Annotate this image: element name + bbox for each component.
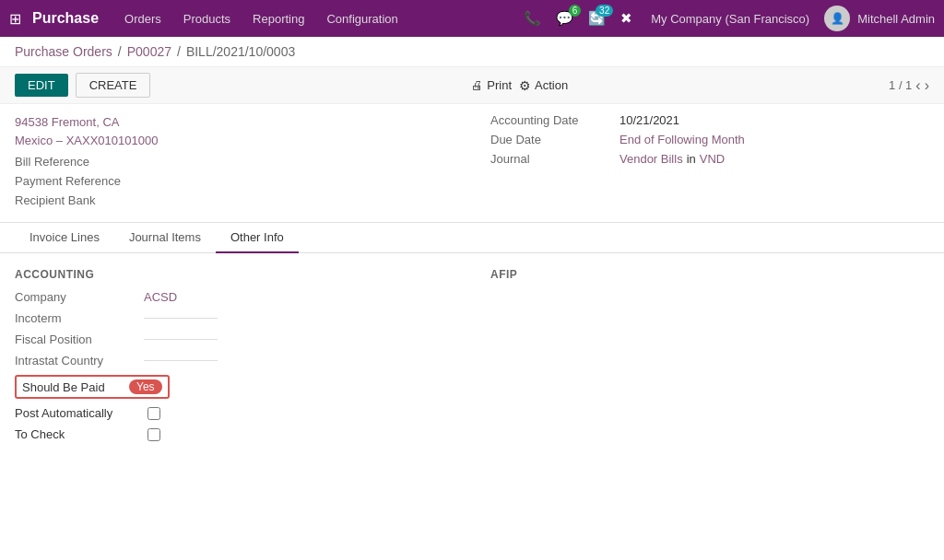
- apps-icon[interactable]: ⊞: [9, 10, 21, 28]
- nav-products[interactable]: Products: [176, 12, 238, 26]
- accounting-date-value: 10/21/2021: [620, 113, 679, 127]
- intrastat-country-label: Intrastat Country: [15, 354, 144, 368]
- company-name: My Company (San Francisco): [651, 12, 809, 26]
- tab-content-other-info: Accounting Company ACSD Incoterm Fiscal …: [0, 253, 944, 463]
- incoterm-row: Incoterm: [15, 311, 454, 325]
- form-right: Accounting Date 10/21/2021 Due Date End …: [490, 113, 929, 213]
- intrastat-country-row: Intrastat Country: [15, 354, 454, 368]
- due-date-value: End of Following Month: [620, 133, 745, 146]
- should-be-paid-value: Yes: [129, 379, 162, 394]
- print-button[interactable]: 🖨 Print: [471, 78, 512, 92]
- address-row: 94538 Fremont, CA Mexico – XAXX010101000: [15, 113, 454, 149]
- recipient-bank-label: Recipient Bank: [15, 193, 144, 207]
- messages-badge: 6: [569, 5, 582, 17]
- journal-label: Journal: [490, 152, 620, 166]
- journal-value[interactable]: Vendor Bills: [620, 152, 683, 166]
- accounting-date-label: Accounting Date: [490, 113, 620, 127]
- settings-icon[interactable]: ✖: [620, 10, 632, 27]
- breadcrumb-purchase-orders[interactable]: Purchase Orders: [15, 44, 112, 59]
- company-value[interactable]: ACSD: [144, 290, 177, 304]
- prev-button[interactable]: ‹: [915, 77, 920, 94]
- to-check-label: To Check: [15, 427, 144, 441]
- form-header: 94538 Fremont, CA Mexico – XAXX010101000…: [0, 104, 944, 223]
- user-avatar: 👤: [824, 6, 850, 31]
- phone-icon[interactable]: 📞: [524, 10, 541, 27]
- messages-icon[interactable]: 💬 6: [556, 10, 573, 27]
- address-line2: Mexico – XAXX010101000: [15, 132, 158, 150]
- tab-other-info[interactable]: Other Info: [216, 223, 299, 253]
- create-button[interactable]: CREATE: [76, 73, 151, 98]
- payment-reference-label: Payment Reference: [15, 174, 144, 188]
- print-label: Print: [487, 78, 512, 92]
- breadcrumb-sep-1: /: [118, 44, 122, 59]
- accounting-section-title: Accounting: [15, 268, 454, 281]
- payment-reference-row: Payment Reference: [15, 174, 454, 188]
- post-automatically-row: Post Automatically: [15, 406, 454, 420]
- next-button[interactable]: ›: [925, 77, 929, 94]
- activities-badge: 32: [596, 5, 613, 17]
- due-date-row: Due Date End of Following Month: [490, 133, 929, 146]
- breadcrumb-bill: BILL/2021/10/0003: [186, 44, 295, 59]
- should-be-paid-row[interactable]: Should Be Paid Yes: [15, 375, 170, 399]
- afip-section-title: AFIP: [490, 268, 929, 281]
- fiscal-position-label: Fiscal Position: [15, 332, 144, 346]
- post-automatically-label: Post Automatically: [15, 406, 144, 420]
- journal-row: Journal Vendor Bills in VND: [490, 152, 929, 166]
- incoterm-label: Incoterm: [15, 311, 144, 325]
- tab-journal-items[interactable]: Journal Items: [114, 223, 216, 253]
- toolbar: EDIT CREATE 🖨 Print ⚙ Action 1 / 1 ‹ ›: [0, 67, 944, 104]
- pagination-text: 1 / 1: [889, 78, 912, 92]
- accounting-date-row: Accounting Date 10/21/2021: [490, 113, 929, 127]
- breadcrumb-p00027[interactable]: P00027: [127, 44, 171, 59]
- top-navigation: ⊞ Purchase Orders Products Reporting Con…: [0, 0, 944, 37]
- address-text: 94538 Fremont, CA Mexico – XAXX010101000: [15, 113, 158, 149]
- fiscal-position-row: Fiscal Position: [15, 332, 454, 346]
- pagination: 1 / 1 ‹ ›: [889, 77, 929, 94]
- fiscal-position-value[interactable]: [144, 339, 218, 340]
- breadcrumb: Purchase Orders / P00027 / BILL/2021/10/…: [0, 37, 944, 67]
- company-row: Company ACSD: [15, 290, 454, 304]
- post-automatically-checkbox[interactable]: [148, 407, 160, 420]
- gear-icon: ⚙: [519, 78, 531, 93]
- journal-in: in: [687, 152, 696, 166]
- should-be-paid-label: Should Be Paid: [22, 380, 124, 394]
- form-left: 94538 Fremont, CA Mexico – XAXX010101000…: [15, 113, 454, 213]
- activities-icon[interactable]: 🔄 32: [588, 10, 606, 27]
- edit-button[interactable]: EDIT: [15, 74, 68, 97]
- breadcrumb-sep-2: /: [177, 44, 181, 59]
- due-date-label: Due Date: [490, 133, 620, 146]
- to-check-checkbox[interactable]: [148, 428, 160, 441]
- recipient-bank-row: Recipient Bank: [15, 193, 454, 207]
- tab-invoice-lines[interactable]: Invoice Lines: [15, 223, 114, 253]
- print-icon: 🖨: [471, 78, 483, 92]
- tabs-bar: Invoice Lines Journal Items Other Info: [0, 223, 944, 253]
- bill-reference-label: Bill Reference: [15, 155, 144, 169]
- accounting-section: Accounting Company ACSD Incoterm Fiscal …: [15, 268, 454, 449]
- nav-orders[interactable]: Orders: [117, 12, 169, 26]
- company-label: Company: [15, 290, 144, 304]
- afip-section: AFIP: [490, 268, 929, 449]
- incoterm-value[interactable]: [144, 318, 218, 319]
- address-line1: 94538 Fremont, CA: [15, 113, 158, 132]
- brand-name: Purchase: [32, 10, 99, 27]
- action-label: Action: [535, 78, 568, 92]
- nav-reporting[interactable]: Reporting: [245, 12, 312, 26]
- nav-configuration[interactable]: Configuration: [319, 12, 405, 26]
- to-check-row: To Check: [15, 427, 454, 441]
- intrastat-country-value[interactable]: [144, 360, 218, 361]
- action-button[interactable]: ⚙ Action: [519, 78, 568, 93]
- bill-reference-row: Bill Reference: [15, 155, 454, 169]
- journal-currency[interactable]: VND: [700, 152, 725, 166]
- user-name: Mitchell Admin: [857, 12, 935, 26]
- main-content: 94538 Fremont, CA Mexico – XAXX010101000…: [0, 104, 944, 555]
